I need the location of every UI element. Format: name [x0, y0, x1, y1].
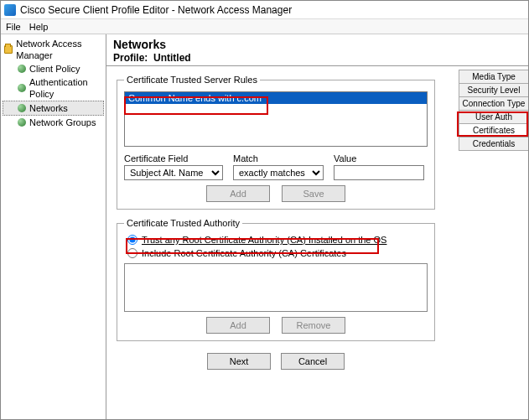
- ca-cert-list[interactable]: [124, 263, 428, 312]
- tab-certificates[interactable]: Certificates: [459, 123, 528, 137]
- rules-add-button[interactable]: Add: [206, 185, 270, 202]
- sidebar-item-network-groups[interactable]: Network Groups: [3, 116, 104, 129]
- sidebar-item-auth-policy[interactable]: Authentication Policy: [3, 75, 104, 101]
- fieldset-authority: Certificate Trusted Authority Trust any …: [117, 218, 435, 341]
- sidebar-item-label: Authentication Policy: [29, 76, 102, 100]
- menu-help[interactable]: Help: [29, 22, 49, 32]
- sidebar-item-label: Client Policy: [29, 63, 80, 75]
- title-bar: Cisco Secure Client Profile Editor - Net…: [1, 1, 528, 19]
- right-tabs: Media Type Security Level Connection Typ…: [459, 70, 528, 151]
- authority-legend: Certificate Trusted Authority: [124, 218, 242, 228]
- radio-trust-any[interactable]: Trust any Root Certificate Authority (CA…: [124, 233, 428, 246]
- authority-add-button[interactable]: Add: [206, 317, 270, 334]
- next-button[interactable]: Next: [207, 353, 271, 370]
- server-rules-list[interactable]: Common Name ends with c.com: [124, 91, 428, 147]
- value-input[interactable]: [334, 165, 424, 180]
- sidebar-item-client-policy[interactable]: Client Policy: [3, 62, 104, 75]
- sidebar-item-networks[interactable]: Networks: [3, 101, 104, 116]
- profile-name: Untitled: [153, 52, 191, 64]
- menu-bar: File Help: [1, 19, 528, 34]
- radio-include-ca[interactable]: Include Root Certificate Authority (CA) …: [124, 246, 428, 260]
- main-header: Networks Profile: Untitled: [106, 34, 528, 66]
- match-label: Match: [233, 153, 325, 163]
- cert-field-label: Certificate Field: [124, 153, 225, 163]
- tab-connection-type[interactable]: Connection Type: [459, 96, 528, 110]
- server-rule-selected[interactable]: Common Name ends with c.com: [125, 92, 427, 104]
- fieldset-server-rules: Certificate Trusted Server Rules Common …: [117, 75, 435, 210]
- menu-file[interactable]: File: [6, 22, 21, 32]
- tab-security-level[interactable]: Security Level: [459, 83, 528, 96]
- sidebar-item-label: Networks: [29, 102, 68, 114]
- match-select[interactable]: exactly matches: [233, 165, 324, 180]
- folder-icon: [4, 45, 13, 54]
- leaf-icon: [18, 104, 26, 112]
- cert-field-select[interactable]: Subject Alt. Name: [124, 165, 223, 180]
- profile-label: Profile:: [113, 52, 148, 64]
- tab-media-type[interactable]: Media Type: [459, 70, 528, 83]
- tree-root-label: Network Access Manager: [16, 38, 102, 61]
- leaf-icon: [18, 118, 26, 127]
- rules-save-button[interactable]: Save: [282, 185, 345, 202]
- page-title: Networks: [113, 38, 521, 51]
- radio-include-ca-input[interactable]: [127, 248, 137, 258]
- authority-remove-button[interactable]: Remove: [282, 317, 345, 334]
- radio-include-ca-label: Include Root Certificate Authority (CA) …: [142, 248, 346, 258]
- value-label: Value: [334, 153, 426, 163]
- leaf-icon: [18, 65, 26, 73]
- server-rules-legend: Certificate Trusted Server Rules: [124, 75, 260, 85]
- radio-trust-any-input[interactable]: [127, 235, 137, 245]
- sidebar-tree: Network Access Manager Client Policy Aut…: [1, 34, 106, 419]
- tab-credentials[interactable]: Credentials: [459, 137, 528, 151]
- cancel-button[interactable]: Cancel: [281, 353, 345, 370]
- window-title: Cisco Secure Client Profile Editor - Net…: [20, 4, 292, 16]
- sidebar-item-label: Network Groups: [29, 117, 96, 128]
- tree-root[interactable]: Network Access Manager: [3, 37, 104, 62]
- app-icon: [4, 4, 16, 16]
- radio-trust-any-label: Trust any Root Certificate Authority (CA…: [142, 235, 386, 245]
- tab-user-auth[interactable]: User Auth: [459, 110, 528, 123]
- leaf-icon: [18, 84, 26, 92]
